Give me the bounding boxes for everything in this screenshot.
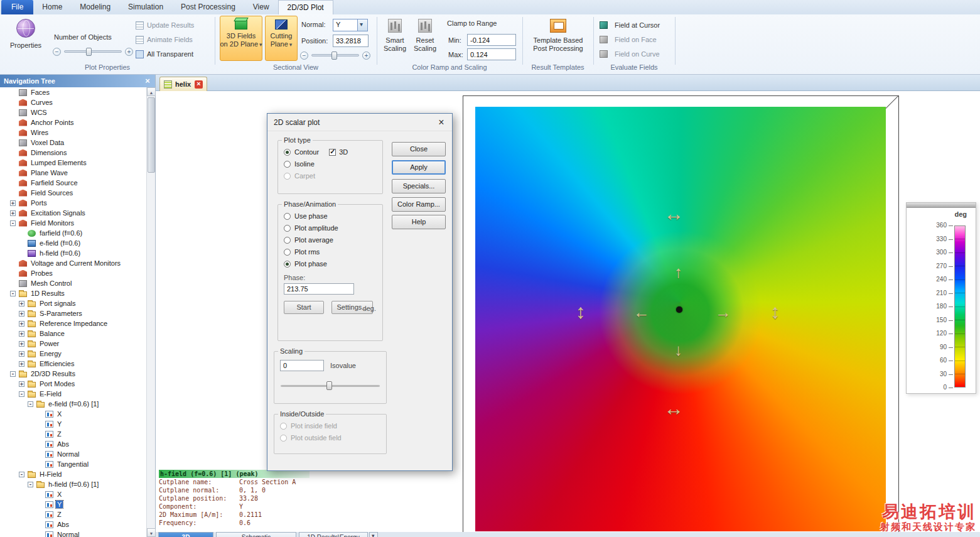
plus-expander-icon[interactable]: + bbox=[19, 311, 24, 317]
tree-item-z[interactable]: Z bbox=[0, 509, 146, 519]
slider-track[interactable] bbox=[64, 50, 122, 53]
tree-item-h-field-f-0-6[interactable]: h-field (f=0.6) bbox=[0, 248, 146, 258]
tree-item-wires[interactable]: Wires bbox=[0, 127, 146, 138]
plus-expander-icon[interactable]: + bbox=[19, 351, 24, 357]
tree-item-wcs[interactable]: WCS bbox=[0, 107, 146, 117]
tree-item-port-modes[interactable]: +Port Modes bbox=[0, 379, 146, 389]
plus-expander-icon[interactable]: + bbox=[10, 200, 16, 206]
dialog-title-bar[interactable]: 2D scalar plot bbox=[267, 114, 452, 131]
specials-button[interactable]: Specials... bbox=[392, 179, 446, 193]
tree-item-y[interactable]: Y bbox=[0, 419, 146, 429]
minus-expander-icon[interactable]: - bbox=[10, 371, 16, 377]
tree-item-voxel-data[interactable]: Voxel Data bbox=[0, 138, 146, 148]
normal-combobox[interactable]: Y bbox=[333, 19, 368, 31]
field-on-face-button[interactable]: Field on Face bbox=[600, 34, 657, 45]
tree-item-probes[interactable]: Probes bbox=[0, 268, 146, 278]
tree-item-e-field-f-0-6-1[interactable]: -e-field (f=0.6) [1] bbox=[0, 399, 146, 409]
reset-scaling-button[interactable]: ResetScaling bbox=[411, 16, 439, 61]
dialog-close-icon[interactable] bbox=[436, 114, 447, 132]
tree-item-voltage-and-current-monitors[interactable]: Voltage and Current Monitors bbox=[0, 258, 146, 268]
tree-item-plane-wave[interactable]: Plane Wave bbox=[0, 168, 146, 178]
tree-item-2d-3d-results[interactable]: -2D/3D Results bbox=[0, 369, 146, 379]
tab-close-icon[interactable] bbox=[195, 80, 203, 89]
min-input[interactable] bbox=[467, 34, 516, 46]
tab-modeling[interactable]: Modeling bbox=[71, 0, 119, 14]
tree-item-abs[interactable]: Abs bbox=[0, 439, 146, 449]
document-tab-helix[interactable]: helix bbox=[159, 77, 207, 91]
field-plot-2d[interactable] bbox=[475, 107, 886, 531]
scaling-input[interactable] bbox=[280, 360, 324, 371]
plane-handle-top-icon[interactable] bbox=[664, 202, 684, 225]
slider-plus-icon[interactable] bbox=[125, 48, 133, 56]
plus-expander-icon[interactable]: + bbox=[19, 381, 24, 387]
3d-checkbox[interactable] bbox=[329, 149, 336, 156]
tree-item-efficiencies[interactable]: +Efficiencies bbox=[0, 359, 146, 369]
position-input[interactable] bbox=[333, 35, 369, 47]
plus-expander-icon[interactable]: + bbox=[19, 331, 24, 337]
minus-expander-icon[interactable]: - bbox=[28, 401, 33, 407]
minus-expander-icon[interactable]: - bbox=[10, 291, 16, 296]
tree-item-h-field-f-0-6-1[interactable]: -h-field (f=0.6) [1] bbox=[0, 479, 146, 489]
cutting-plane-button[interactable]: Cutting Plane bbox=[265, 16, 298, 61]
slider-plus-icon[interactable] bbox=[362, 52, 370, 60]
tree-item-port-signals[interactable]: +Port signals bbox=[0, 298, 146, 308]
tree-item-x[interactable]: X bbox=[0, 409, 146, 419]
tree-item-y[interactable]: Y bbox=[0, 499, 146, 509]
plus-expander-icon[interactable]: + bbox=[19, 341, 24, 347]
tab-view[interactable]: View bbox=[244, 0, 278, 14]
plus-expander-icon[interactable]: + bbox=[10, 210, 16, 216]
tree-item-energy[interactable]: +Energy bbox=[0, 349, 146, 359]
tree-item-e-field[interactable]: -E-Field bbox=[0, 389, 146, 399]
update-results-button[interactable]: Update Results bbox=[136, 19, 194, 31]
slider-thumb[interactable] bbox=[326, 381, 332, 390]
plane-handle-bottom-icon[interactable] bbox=[664, 397, 684, 420]
tree-item-power[interactable]: +Power bbox=[0, 339, 146, 349]
tab-home[interactable]: Home bbox=[33, 0, 71, 14]
fields-on-2d-plane-button[interactable]: 3D Fields on 2D Plane bbox=[220, 16, 262, 61]
tree-item-farfield-source[interactable]: Farfield Source bbox=[0, 178, 146, 188]
isoline-radio[interactable] bbox=[284, 161, 291, 168]
color-ramp-button[interactable]: Color Ramp... bbox=[392, 197, 446, 212]
plus-expander-icon[interactable]: + bbox=[19, 321, 24, 327]
dropdown-caret-icon[interactable] bbox=[259, 40, 262, 49]
all-transparent-button[interactable]: All Transparent bbox=[136, 48, 193, 60]
tree-item-lumped-elements[interactable]: Lumped Elements bbox=[0, 158, 146, 168]
tree-scrollbar[interactable] bbox=[146, 87, 155, 537]
minus-expander-icon[interactable]: - bbox=[28, 482, 33, 487]
tree-item-h-field[interactable]: -H-Field bbox=[0, 469, 146, 479]
start-button[interactable]: Start bbox=[284, 301, 324, 314]
view-canvas[interactable]: deg 3603303002702402101801501209060300 h… bbox=[156, 91, 980, 532]
tree-item-balance[interactable]: +Balance bbox=[0, 328, 146, 339]
plane-handle-left-icon[interactable] bbox=[576, 300, 586, 323]
help-button[interactable]: Help bbox=[392, 215, 446, 229]
close-button[interactable]: Close bbox=[392, 142, 446, 156]
minus-expander-icon[interactable]: - bbox=[10, 220, 16, 226]
tree-item-excitation-signals[interactable]: +Excitation Signals bbox=[0, 208, 146, 218]
tree-item-normal[interactable]: Normal bbox=[0, 449, 146, 459]
scaling-slider[interactable] bbox=[281, 381, 380, 390]
combobox-dropdown-icon[interactable] bbox=[358, 19, 368, 31]
template-based-post-processing-button[interactable]: Template BasedPost Processing bbox=[529, 16, 587, 61]
dropdown-caret-icon[interactable] bbox=[289, 40, 293, 49]
plus-expander-icon[interactable]: + bbox=[19, 301, 24, 306]
tree-item-abs[interactable]: Abs bbox=[0, 519, 146, 529]
animate-fields-button[interactable]: Animate Fields bbox=[136, 34, 193, 45]
plot-rms-radio[interactable] bbox=[284, 249, 291, 256]
bottom-tabs-dropdown-icon[interactable] bbox=[369, 532, 378, 537]
tab-simulation[interactable]: Simulation bbox=[119, 0, 172, 14]
plus-expander-icon[interactable]: + bbox=[19, 361, 24, 367]
plane-handle-right-icon[interactable] bbox=[770, 300, 780, 323]
plot-phase-radio[interactable] bbox=[284, 261, 291, 268]
field-on-curve-button[interactable]: Field on Curve bbox=[600, 48, 660, 60]
contour-radio[interactable] bbox=[284, 149, 291, 156]
slider-thumb[interactable] bbox=[331, 52, 337, 60]
slider-track[interactable] bbox=[311, 54, 359, 57]
plot-average-radio[interactable] bbox=[284, 237, 291, 244]
tree-item-x[interactable]: X bbox=[0, 489, 146, 499]
tree-item-anchor-points[interactable]: Anchor Points bbox=[0, 117, 146, 127]
number-of-objects-slider[interactable] bbox=[53, 47, 133, 56]
tree-item-1d-results[interactable]: -1D Results bbox=[0, 288, 146, 298]
panel-close-icon[interactable] bbox=[143, 75, 153, 87]
slider-minus-icon[interactable] bbox=[53, 48, 61, 56]
tree-item-normal[interactable]: Normal bbox=[0, 529, 146, 537]
